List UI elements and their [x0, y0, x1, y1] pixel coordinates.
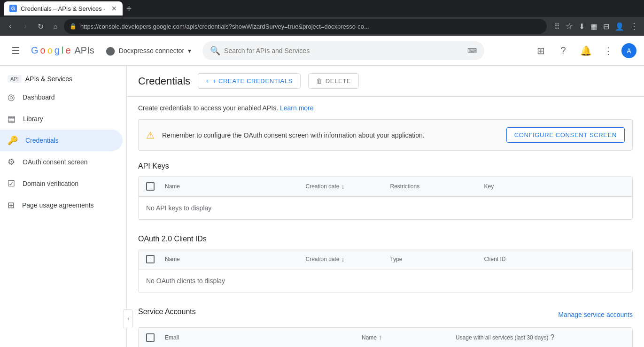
split-icon[interactable]: ⊟: [601, 20, 611, 33]
library-icon: ▤: [8, 114, 16, 124]
sidebar-toggle-icon[interactable]: ▦: [589, 20, 599, 33]
sa-email-col: Email: [165, 334, 362, 341]
oauth-table: Name Creation date ↓ Type Client ID: [138, 249, 633, 293]
sidebar-item-page-usage[interactable]: ⊞ Page usage agreements: [0, 194, 123, 216]
create-credentials-label: + CREATE CREDENTIALS: [213, 77, 293, 85]
sidebar-header: API APIs & Services: [0, 69, 126, 86]
tab-title: Credentials – APIs & Services -: [21, 5, 106, 12]
new-tab-button[interactable]: +: [124, 3, 134, 14]
help-icon[interactable]: ?: [554, 41, 573, 60]
oauth-creation-date-col[interactable]: Creation date ↓: [306, 255, 390, 263]
reload-button[interactable]: ↻: [34, 20, 47, 33]
sidebar-label-dashboard: Dashboard: [23, 93, 55, 101]
apps-icon[interactable]: ⊞: [531, 41, 550, 60]
api-keys-key-col: Key: [484, 183, 625, 190]
search-bar[interactable]: 🔍 ⌨: [202, 41, 484, 60]
security-icon: 🔒: [70, 23, 77, 30]
page-title: Credentials: [138, 75, 190, 87]
collapse-sidebar-button[interactable]: ‹: [124, 309, 133, 328]
sa-name-col[interactable]: Name ↑: [362, 334, 456, 341]
project-name: Docxpresso connector: [119, 47, 184, 54]
sa-usage-col: Usage with all services (last 30 days) ?: [456, 333, 587, 342]
address-bar[interactable]: 🔒 https://console.developers.google.com/…: [64, 19, 547, 34]
oauth-select-all-checkbox[interactable]: [146, 255, 155, 263]
sidebar-item-credentials[interactable]: 🔑 Credentials: [0, 130, 123, 151]
search-input[interactable]: [224, 47, 464, 54]
hamburger-icon[interactable]: ☰: [8, 41, 23, 60]
page-usage-icon: ⊞: [8, 200, 15, 210]
manage-service-accounts-link[interactable]: Manage service accounts: [558, 311, 633, 318]
api-keys-select-all-checkbox[interactable]: [146, 182, 155, 191]
tab-favicon: G: [9, 5, 17, 12]
learn-more-link[interactable]: Learn more: [280, 104, 314, 112]
delete-icon: 🗑: [316, 77, 323, 85]
browser-chrome: G Credentials – APIs & Services - ✕ +: [0, 0, 644, 17]
service-accounts-title: Service Accounts: [138, 308, 196, 316]
credentials-icon: 🔑: [8, 135, 18, 146]
google-apis-text: APIs: [75, 45, 94, 56]
delete-button[interactable]: 🗑 DELETE: [308, 73, 359, 89]
plus-icon: +: [206, 77, 209, 85]
sidebar-item-oauth[interactable]: ⚙ OAuth consent screen: [0, 151, 123, 173]
warning-banner: ⚠ Remember to configure the OAuth consen…: [138, 119, 633, 151]
app-bar: ☰ Google APIs ⬤ Docxpresso connector ▾ 🔍…: [0, 36, 644, 66]
appbar-icons: ⊞ ? 🔔 ⋮ A: [531, 41, 636, 60]
api-keys-title: API Keys: [138, 162, 633, 170]
content-header: Credentials + + CREATE CREDENTIALS 🗑 DEL…: [127, 66, 644, 97]
sidebar-item-dashboard[interactable]: ◎ Dashboard: [0, 86, 123, 108]
configure-consent-button[interactable]: CONFIGURE CONSENT SCREEN: [506, 127, 625, 143]
sidebar-label-domain: Domain verification: [23, 180, 78, 187]
oauth-empty-row: No OAuth clients to display: [139, 270, 632, 292]
back-button[interactable]: ‹: [4, 20, 17, 33]
sidebar-label-oauth: OAuth consent screen: [23, 158, 88, 166]
google-e-red: e: [65, 45, 70, 56]
oauth-title: OAuth 2.0 Client IDs: [138, 235, 633, 243]
api-badge: API: [8, 75, 22, 83]
oauth-sort-down-icon: ↓: [341, 255, 345, 263]
create-credentials-button[interactable]: + + CREATE CREDENTIALS: [198, 73, 301, 89]
download-icon[interactable]: ⬇: [577, 20, 587, 33]
api-keys-section: API Keys Name Creation date ↓ Restrictio…: [138, 162, 633, 220]
sa-select-all[interactable]: [146, 333, 155, 342]
sa-sort-up-icon: ↑: [379, 334, 382, 341]
oauth-table-header: Name Creation date ↓ Type Client ID: [139, 249, 632, 270]
sidebar-item-domain[interactable]: ☑ Domain verification: [0, 173, 123, 194]
menu-icon[interactable]: ⋮: [628, 19, 640, 33]
notifications-icon[interactable]: 🔔: [576, 41, 595, 60]
oauth-type-col: Type: [390, 256, 484, 262]
browser-tab[interactable]: G Credentials – APIs & Services - ✕: [4, 1, 123, 15]
profile-icon[interactable]: 👤: [613, 20, 626, 33]
oauth-icon: ⚙: [8, 157, 15, 167]
content-body: Create credentials to access your enable…: [127, 97, 644, 347]
sidebar-item-library[interactable]: ▤ Library: [0, 108, 123, 130]
home-button[interactable]: ⌂: [49, 20, 62, 33]
bookmark-icon[interactable]: ☆: [564, 19, 575, 33]
sidebar-label-library: Library: [23, 115, 43, 123]
google-o-red: o: [40, 45, 46, 56]
sidebar-label-credentials: Credentials: [25, 137, 59, 144]
warning-icon: ⚠: [146, 130, 155, 141]
google-l-green: l: [62, 45, 63, 56]
usage-info-icon[interactable]: ?: [550, 333, 554, 342]
google-o-yellow: o: [47, 45, 53, 56]
google-g-blue: G: [31, 45, 39, 56]
search-keyboard-icon: ⌨: [467, 47, 477, 54]
forward-button[interactable]: ›: [19, 20, 32, 33]
sort-down-icon: ↓: [341, 183, 345, 190]
info-text: Create credentials to access your enable…: [138, 104, 633, 112]
extensions-icon[interactable]: ⠿: [552, 20, 562, 33]
avatar[interactable]: A: [621, 43, 636, 58]
domain-icon: ☑: [8, 178, 15, 189]
tab-close-icon[interactable]: ✕: [111, 5, 117, 12]
oauth-section: OAuth 2.0 Client IDs Name Creation date …: [138, 235, 633, 293]
api-keys-creation-date-col[interactable]: Creation date ↓: [306, 183, 390, 190]
api-keys-name-col[interactable]: Name: [165, 183, 306, 190]
oauth-name-col[interactable]: Name: [165, 256, 306, 262]
search-icon: 🔍: [210, 46, 220, 56]
delete-label: DELETE: [326, 77, 351, 85]
api-keys-restrictions-col: Restrictions: [390, 183, 484, 190]
more-options-icon[interactable]: ⋮: [599, 41, 618, 60]
project-selector[interactable]: ⬤ Docxpresso connector ▾: [102, 44, 195, 58]
service-accounts-header-row: Service Accounts Manage service accounts: [138, 308, 633, 322]
project-dot-icon: ⬤: [106, 46, 115, 56]
